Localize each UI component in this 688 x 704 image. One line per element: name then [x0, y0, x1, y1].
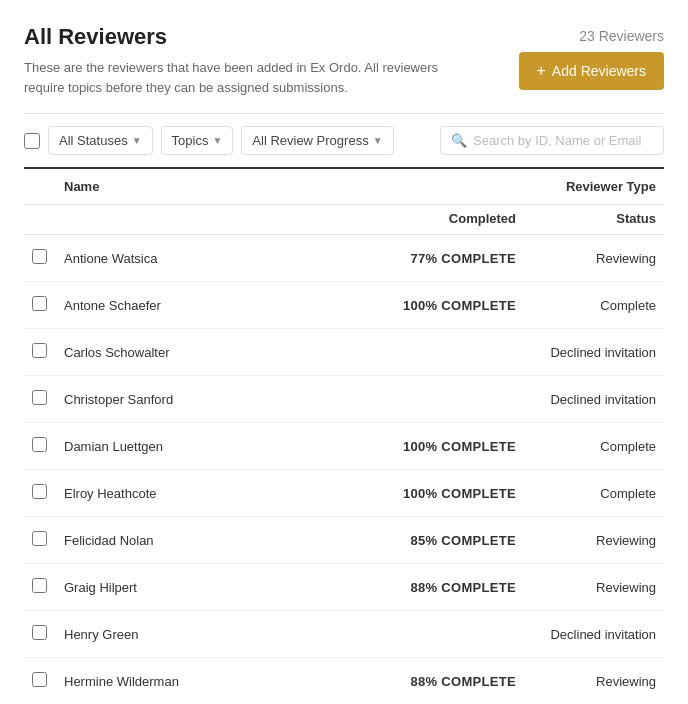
row-checkbox-8[interactable]: [32, 625, 47, 640]
plus-icon: +: [537, 62, 546, 80]
reviewer-name: Felicidad Nolan: [56, 517, 364, 564]
table-row: Felicidad Nolan 85% COMPLETE Reviewing: [24, 517, 664, 564]
status-col-header: Status: [524, 205, 664, 235]
table-row: Graig Hilpert 88% COMPLETE Reviewing: [24, 564, 664, 611]
topics-filter-chevron-icon: ▼: [212, 135, 222, 146]
row-checkbox-0[interactable]: [32, 249, 47, 264]
row-checkbox-9[interactable]: [32, 672, 47, 687]
reviewer-completed: 100% COMPLETE: [364, 282, 524, 329]
reviewer-status: Declined invitation: [524, 611, 664, 658]
row-checkbox-cell: [24, 423, 56, 470]
progress-filter-chevron-icon: ▼: [373, 135, 383, 146]
header-row: All Reviewers These are the reviewers th…: [24, 24, 664, 97]
row-checkbox-2[interactable]: [32, 343, 47, 358]
reviewer-completed: 88% COMPLETE: [364, 658, 524, 705]
name-col-header: Name: [56, 169, 364, 205]
table-row: Carlos Schowalter Declined invitation: [24, 329, 664, 376]
header-divider: [24, 113, 664, 114]
reviewer-status: Reviewing: [524, 564, 664, 611]
row-checkbox-1[interactable]: [32, 296, 47, 311]
row-checkbox-cell: [24, 282, 56, 329]
progress-filter-label: All Review Progress: [252, 133, 368, 148]
reviewer-status: Reviewing: [524, 235, 664, 282]
row-checkbox-cell: [24, 658, 56, 705]
header-right: 23 Reviewers + Add Reviewers: [519, 24, 665, 90]
reviewers-table: Name Reviewer Type Completed Status Anti…: [24, 169, 664, 704]
reviewer-name: Christoper Sanford: [56, 376, 364, 423]
sub-header-row: Completed Status: [24, 205, 664, 235]
topics-filter-button[interactable]: Topics ▼: [161, 126, 234, 155]
reviewer-name: Antione Watsica: [56, 235, 364, 282]
select-all-checkbox[interactable]: [24, 133, 40, 149]
row-checkbox-4[interactable]: [32, 437, 47, 452]
row-checkbox-cell: [24, 611, 56, 658]
reviewer-type-col-header: Reviewer Type: [364, 169, 664, 205]
checkbox-col-header: [24, 169, 56, 205]
search-wrapper: 🔍: [440, 126, 664, 155]
reviewer-name: Graig Hilpert: [56, 564, 364, 611]
table-row: Antione Watsica 77% COMPLETE Reviewing: [24, 235, 664, 282]
reviewer-name: Carlos Schowalter: [56, 329, 364, 376]
table-row: Antone Schaefer 100% COMPLETE Complete: [24, 282, 664, 329]
reviewer-completed: 85% COMPLETE: [364, 517, 524, 564]
row-checkbox-6[interactable]: [32, 531, 47, 546]
reviewer-completed: [364, 376, 524, 423]
reviewer-completed: 100% COMPLETE: [364, 470, 524, 517]
reviewer-status: Declined invitation: [524, 329, 664, 376]
column-header-row: Name Reviewer Type: [24, 169, 664, 205]
page-title: All Reviewers: [24, 24, 444, 50]
reviewer-name: Hermine Wilderman: [56, 658, 364, 705]
table-row: Henry Green Declined invitation: [24, 611, 664, 658]
reviewer-completed: 100% COMPLETE: [364, 423, 524, 470]
add-reviewers-label: Add Reviewers: [552, 63, 646, 79]
reviewer-status: Complete: [524, 282, 664, 329]
table-row: Christoper Sanford Declined invitation: [24, 376, 664, 423]
reviewer-completed: 88% COMPLETE: [364, 564, 524, 611]
sub-name-cell: [56, 205, 364, 235]
filter-bar: All Statuses ▼ Topics ▼ All Review Progr…: [24, 126, 664, 169]
progress-filter-button[interactable]: All Review Progress ▼: [241, 126, 393, 155]
row-checkbox-cell: [24, 517, 56, 564]
row-checkbox-3[interactable]: [32, 390, 47, 405]
topics-filter-label: Topics: [172, 133, 209, 148]
status-filter-button[interactable]: All Statuses ▼: [48, 126, 153, 155]
add-reviewers-button[interactable]: + Add Reviewers: [519, 52, 665, 90]
reviewer-status: Reviewing: [524, 517, 664, 564]
reviewer-name: Henry Green: [56, 611, 364, 658]
status-filter-chevron-icon: ▼: [132, 135, 142, 146]
row-checkbox-cell: [24, 329, 56, 376]
row-checkbox-cell: [24, 470, 56, 517]
row-checkbox-cell: [24, 235, 56, 282]
table-row: Damian Luettgen 100% COMPLETE Complete: [24, 423, 664, 470]
reviewer-name: Antone Schaefer: [56, 282, 364, 329]
row-checkbox-5[interactable]: [32, 484, 47, 499]
reviewer-status: Complete: [524, 423, 664, 470]
reviewer-status: Declined invitation: [524, 376, 664, 423]
row-checkbox-7[interactable]: [32, 578, 47, 593]
reviewer-name: Damian Luettgen: [56, 423, 364, 470]
reviewer-status: Complete: [524, 470, 664, 517]
reviewer-count: 23 Reviewers: [579, 28, 664, 44]
page-container: All Reviewers These are the reviewers th…: [0, 0, 688, 704]
row-checkbox-cell: [24, 376, 56, 423]
search-input[interactable]: [473, 133, 653, 148]
reviewer-status: Reviewing: [524, 658, 664, 705]
search-icon: 🔍: [451, 133, 467, 148]
reviewer-name: Elroy Heathcote: [56, 470, 364, 517]
status-filter-label: All Statuses: [59, 133, 128, 148]
reviewer-rows: Antione Watsica 77% COMPLETE Reviewing A…: [24, 235, 664, 705]
row-checkbox-cell: [24, 564, 56, 611]
header-left: All Reviewers These are the reviewers th…: [24, 24, 444, 97]
page-subtitle: These are the reviewers that have been a…: [24, 58, 444, 97]
table-row: Elroy Heathcote 100% COMPLETE Complete: [24, 470, 664, 517]
reviewer-completed: 77% COMPLETE: [364, 235, 524, 282]
reviewer-completed: [364, 611, 524, 658]
sub-cb-cell: [24, 205, 56, 235]
completed-col-header: Completed: [364, 205, 524, 235]
table-row: Hermine Wilderman 88% COMPLETE Reviewing: [24, 658, 664, 705]
reviewer-completed: [364, 329, 524, 376]
